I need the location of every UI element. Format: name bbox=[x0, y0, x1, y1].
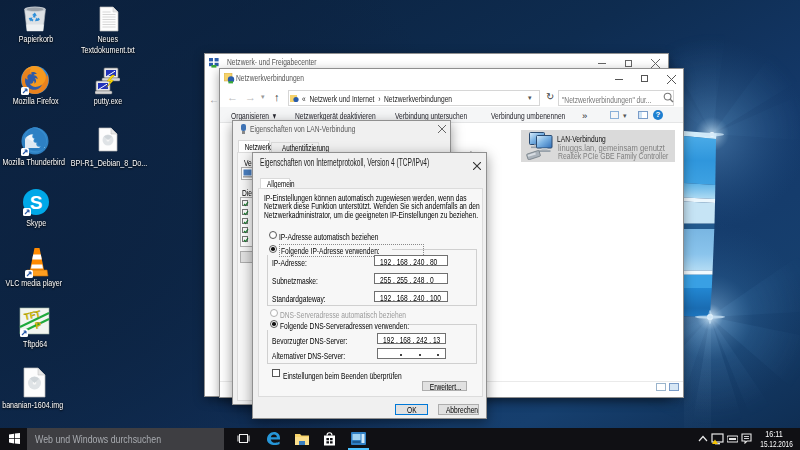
svg-text:S: S bbox=[30, 192, 43, 213]
